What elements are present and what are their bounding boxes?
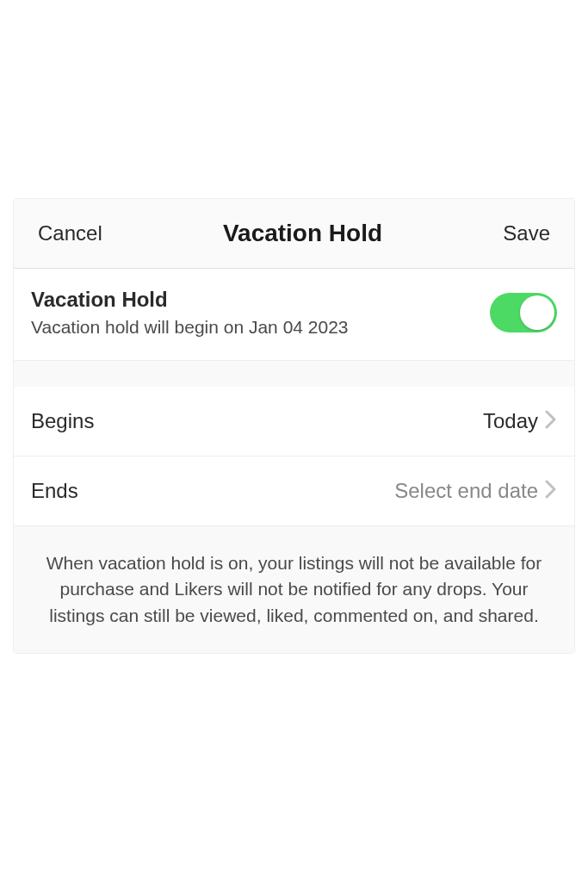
cancel-button[interactable]: Cancel	[38, 221, 102, 245]
ends-right: Select end date	[394, 479, 557, 503]
header: Cancel Vacation Hold Save	[14, 199, 574, 269]
toggle-subtitle: Vacation hold will begin on Jan 04 2023	[31, 317, 490, 338]
vacation-hold-toggle[interactable]	[490, 293, 557, 332]
ends-row[interactable]: Ends Select end date	[14, 457, 574, 526]
vacation-hold-toggle-section: Vacation Hold Vacation hold will begin o…	[14, 269, 574, 361]
save-button[interactable]: Save	[503, 221, 550, 245]
toggle-thumb	[520, 295, 554, 330]
begins-right: Today	[483, 409, 557, 433]
ends-value: Select end date	[394, 479, 538, 503]
begins-row[interactable]: Begins Today	[14, 387, 574, 457]
section-gap	[14, 361, 574, 387]
chevron-right-icon	[545, 410, 557, 432]
toggle-text: Vacation Hold Vacation hold will begin o…	[31, 288, 490, 338]
top-spacer	[0, 0, 588, 198]
chevron-right-icon	[545, 480, 557, 502]
info-text: When vacation hold is on, your listings …	[14, 526, 574, 653]
toggle-title: Vacation Hold	[31, 288, 490, 312]
ends-label: Ends	[31, 479, 78, 503]
begins-label: Begins	[31, 409, 94, 433]
vacation-hold-panel: Cancel Vacation Hold Save Vacation Hold …	[13, 198, 575, 654]
begins-value: Today	[483, 409, 538, 433]
page-title: Vacation Hold	[223, 220, 382, 247]
